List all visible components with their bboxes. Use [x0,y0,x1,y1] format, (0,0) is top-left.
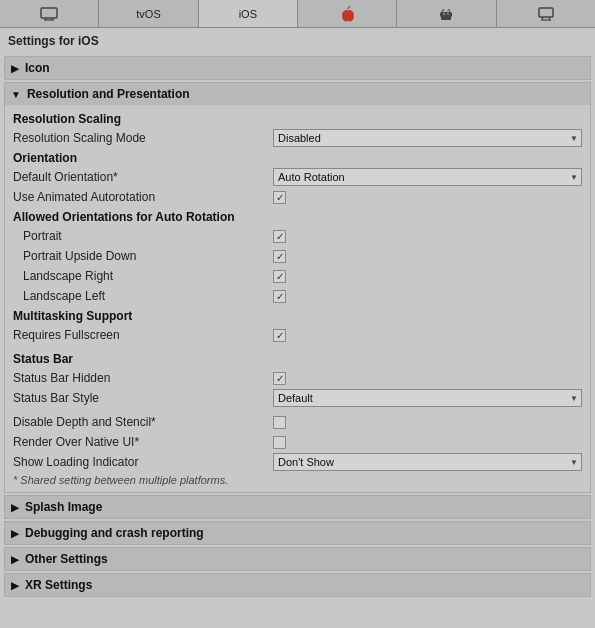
display-icon [538,7,554,21]
tab-tvos[interactable]: tvOS [99,0,198,27]
subsection-resolution-scaling-title: Resolution Scaling [13,109,582,128]
show-loading-dropdown[interactable]: Don't Show Always Only in Editor [273,453,582,471]
tab-monitor[interactable] [0,0,99,27]
section-resolution-body: Resolution Scaling Resolution Scaling Mo… [5,105,590,492]
render-over-native-label: Render Over Native UI* [13,435,273,449]
status-bar-style-dropdown[interactable]: Default Light Content Dark Content [273,389,582,407]
row-portrait-upside-down: Portrait Upside Down [13,246,582,266]
resolution-scaling-mode-label: Resolution Scaling Mode [13,131,273,145]
row-portrait: Portrait [13,226,582,246]
default-orientation-dropdown[interactable]: Auto Rotation Portrait Landscape Left La… [273,168,582,186]
portrait-checkbox[interactable] [273,230,286,243]
shared-setting-note: * Shared setting between multiple platfo… [13,472,582,486]
row-default-orientation: Default Orientation* Auto Rotation Portr… [13,167,582,187]
section-icon: ▶ Icon [4,56,591,80]
tab-android[interactable] [397,0,496,27]
show-loading-dropdown-wrap: Don't Show Always Only in Editor [273,453,582,471]
portrait-label: Portrait [13,229,273,243]
disable-depth-control [273,416,582,429]
chevron-right-icon-splash: ▶ [11,502,19,513]
section-splash-header[interactable]: ▶ Splash Image [5,496,590,518]
default-orientation-label: Default Orientation* [13,170,273,184]
page-title: Settings for iOS [0,28,595,54]
subsection-orientation-title: Orientation [13,148,582,167]
row-landscape-right: Landscape Right [13,266,582,286]
tab-apple[interactable] [298,0,397,27]
default-orientation-dropdown-wrap: Auto Rotation Portrait Landscape Left La… [273,168,582,186]
animated-autorotation-checkbox[interactable] [273,191,286,204]
section-debugging: ▶ Debugging and crash reporting [4,521,591,545]
android-icon [439,6,453,22]
svg-rect-11 [539,8,553,17]
svg-rect-7 [444,16,446,20]
row-landscape-left: Landscape Left [13,286,582,306]
apple-icon [340,6,354,22]
disable-depth-label: Disable Depth and Stencil* [13,415,273,429]
subsection-allowed-orientations-title: Allowed Orientations for Auto Rotation [13,207,582,226]
default-orientation-control: Auto Rotation Portrait Landscape Left La… [273,168,582,186]
portrait-upside-down-control [273,250,582,263]
landscape-left-label: Landscape Left [13,289,273,303]
chevron-right-icon: ▶ [11,63,19,74]
section-icon-header[interactable]: ▶ Icon [5,57,590,79]
show-loading-control: Don't Show Always Only in Editor [273,453,582,471]
status-bar-hidden-checkbox[interactable] [273,372,286,385]
requires-fullscreen-label: Requires Fullscreen [13,328,273,342]
landscape-left-checkbox[interactable] [273,290,286,303]
tab-bar: tvOS iOS [0,0,595,28]
svg-rect-8 [447,16,449,20]
row-requires-fullscreen: Requires Fullscreen [13,325,582,345]
chevron-right-icon-xr: ▶ [11,580,19,591]
svg-point-10 [448,13,450,15]
render-over-native-checkbox[interactable] [273,436,286,449]
resolution-scaling-mode-control: Disabled Fixed DPI FixedWidth FixedHeigh… [273,129,582,147]
section-other: ▶ Other Settings [4,547,591,571]
svg-rect-6 [451,12,453,16]
row-animated-autorotation: Use Animated Autorotation [13,187,582,207]
section-other-header[interactable]: ▶ Other Settings [5,548,590,570]
chevron-down-icon: ▼ [11,89,21,100]
status-bar-style-dropdown-wrap: Default Light Content Dark Content [273,389,582,407]
landscape-right-control [273,270,582,283]
subsection-multitasking-title: Multitasking Support [13,306,582,325]
animated-autorotation-control [273,191,582,204]
row-show-loading: Show Loading Indicator Don't Show Always… [13,452,582,472]
row-status-bar-style: Status Bar Style Default Light Content D… [13,388,582,408]
row-disable-depth: Disable Depth and Stencil* [13,412,582,432]
render-over-native-control [273,436,582,449]
portrait-upside-down-checkbox[interactable] [273,250,286,263]
monitor-icon [40,7,58,21]
svg-rect-0 [41,8,57,18]
resolution-scaling-mode-dropdown-wrap: Disabled Fixed DPI FixedWidth FixedHeigh… [273,129,582,147]
row-resolution-scaling-mode: Resolution Scaling Mode Disabled Fixed D… [13,128,582,148]
landscape-right-label: Landscape Right [13,269,273,283]
section-splash: ▶ Splash Image [4,495,591,519]
section-debugging-header[interactable]: ▶ Debugging and crash reporting [5,522,590,544]
portrait-upside-down-label: Portrait Upside Down [13,249,273,263]
svg-point-9 [444,13,446,15]
portrait-control [273,230,582,243]
landscape-left-control [273,290,582,303]
landscape-right-checkbox[interactable] [273,270,286,283]
subsection-status-bar-title: Status Bar [13,349,582,368]
chevron-right-icon-other: ▶ [11,554,19,565]
requires-fullscreen-checkbox[interactable] [273,329,286,342]
section-resolution: ▼ Resolution and Presentation Resolution… [4,82,591,493]
resolution-scaling-mode-dropdown[interactable]: Disabled Fixed DPI FixedWidth FixedHeigh… [273,129,582,147]
section-xr-header[interactable]: ▶ XR Settings [5,574,590,596]
status-bar-style-control: Default Light Content Dark Content [273,389,582,407]
svg-rect-4 [441,12,451,20]
status-bar-style-label: Status Bar Style [13,391,273,405]
chevron-right-icon-debugging: ▶ [11,528,19,539]
tab-other[interactable] [497,0,595,27]
row-render-over-native: Render Over Native UI* [13,432,582,452]
section-resolution-header[interactable]: ▼ Resolution and Presentation [5,83,590,105]
animated-autorotation-label: Use Animated Autorotation [13,190,273,204]
row-status-bar-hidden: Status Bar Hidden [13,368,582,388]
status-bar-hidden-control [273,372,582,385]
show-loading-label: Show Loading Indicator [13,455,273,469]
section-xr: ▶ XR Settings [4,573,591,597]
svg-rect-5 [440,12,442,16]
disable-depth-checkbox[interactable] [273,416,286,429]
tab-ios[interactable]: iOS [199,0,298,27]
